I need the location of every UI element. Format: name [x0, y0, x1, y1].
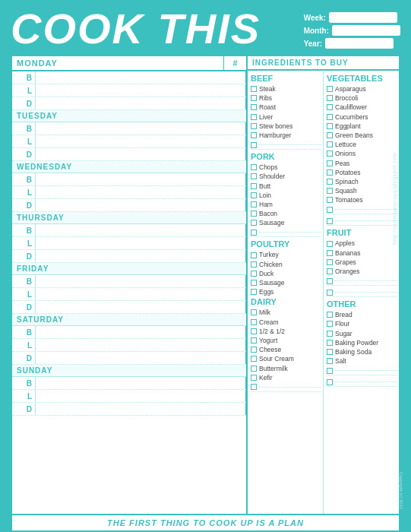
meal-input-friday-d[interactable]	[35, 301, 246, 313]
blank-checkbox-icon[interactable]	[251, 230, 257, 236]
blank-ingredient-item	[251, 228, 321, 237]
ingredient-name: Yogurt	[259, 337, 277, 344]
meal-input-saturday-b[interactable]	[35, 326, 246, 338]
meal-input-friday-l[interactable]	[35, 288, 246, 300]
checkbox-icon[interactable]	[327, 349, 333, 355]
checkbox-icon[interactable]	[251, 337, 257, 344]
meal-input-saturday-d[interactable]	[35, 352, 246, 364]
checkbox-icon[interactable]	[327, 331, 333, 337]
meal-input-sunday-b[interactable]	[35, 377, 246, 389]
blank-checkbox-icon[interactable]	[327, 218, 333, 224]
checkbox-icon[interactable]	[251, 201, 257, 207]
meal-input-thursday-d[interactable]	[35, 250, 246, 262]
year-input[interactable]	[325, 38, 394, 49]
checkbox-icon[interactable]	[327, 312, 333, 318]
checkbox-icon[interactable]	[251, 183, 257, 189]
meal-input-tuesday-d[interactable]	[35, 148, 246, 160]
checkbox-icon[interactable]	[327, 340, 333, 346]
month-input[interactable]	[332, 25, 400, 36]
checkbox-icon[interactable]	[327, 321, 333, 327]
left-section: BEEFSteakRibsRoastLiverStew bonesHamburg…	[248, 71, 324, 514]
header-fields: Week: Month: Year:	[304, 12, 400, 49]
day-name-saturday: SATURDAY	[12, 314, 223, 325]
checkbox-icon[interactable]	[251, 366, 257, 372]
meal-input-wednesday-b[interactable]	[35, 173, 246, 185]
meal-row-tuesday-b: B	[12, 122, 246, 135]
checkbox-icon[interactable]	[251, 356, 257, 362]
checkbox-icon[interactable]	[251, 164, 257, 170]
blank-checkbox-icon[interactable]	[327, 290, 333, 296]
checkbox-icon[interactable]	[251, 86, 257, 92]
checkbox-icon[interactable]	[251, 252, 257, 258]
meal-input-wednesday-d[interactable]	[35, 199, 246, 211]
meal-input-monday-b[interactable]	[35, 71, 246, 84]
checkbox-icon[interactable]	[327, 150, 333, 157]
meal-input-monday-l[interactable]	[35, 84, 246, 97]
blank-checkbox-icon[interactable]	[327, 207, 333, 213]
meal-input-sunday-d[interactable]	[35, 403, 246, 415]
checkbox-icon[interactable]	[251, 289, 257, 295]
meal-input-thursday-b[interactable]	[35, 224, 246, 236]
checkbox-icon[interactable]	[327, 160, 333, 166]
checkbox-icon[interactable]	[251, 104, 257, 110]
checkbox-icon[interactable]	[327, 268, 333, 274]
checkbox-icon[interactable]	[251, 280, 257, 286]
list-item: Yogurt	[251, 337, 321, 344]
list-item: Cauliflower	[327, 103, 397, 111]
week-input[interactable]	[329, 12, 397, 23]
checkbox-icon[interactable]	[251, 220, 257, 226]
checkbox-icon[interactable]	[251, 261, 257, 268]
checkbox-icon[interactable]	[251, 211, 257, 217]
checkbox-icon[interactable]	[327, 95, 333, 101]
checkbox-icon[interactable]	[327, 114, 333, 120]
checkbox-icon[interactable]	[327, 132, 333, 138]
meal-input-monday-d[interactable]	[35, 97, 246, 109]
checkbox-icon[interactable]	[251, 132, 257, 138]
meal-row-sunday-l: L	[12, 390, 246, 403]
meal-letter-d: D	[12, 252, 35, 261]
blank-checkbox-icon[interactable]	[327, 368, 333, 374]
blank-checkbox-icon[interactable]	[251, 142, 257, 148]
ingredients-header: INGREDIENTS TO BUY	[248, 56, 399, 71]
checkbox-icon[interactable]	[251, 347, 257, 353]
checkbox-icon[interactable]	[327, 197, 333, 203]
meal-input-tuesday-l[interactable]	[35, 135, 246, 147]
checkbox-icon[interactable]	[251, 123, 257, 129]
checkbox-icon[interactable]	[327, 241, 333, 247]
checkbox-icon[interactable]	[327, 104, 333, 110]
blank-checkbox-icon[interactable]	[327, 278, 333, 284]
meal-input-sunday-l[interactable]	[35, 390, 246, 402]
meal-letter-b: B	[12, 277, 35, 286]
checkbox-icon[interactable]	[251, 114, 257, 120]
meal-letter-b: B	[12, 379, 35, 388]
checkbox-icon[interactable]	[327, 123, 333, 129]
checkbox-icon[interactable]	[251, 319, 257, 325]
checkbox-icon[interactable]	[327, 188, 333, 194]
checkbox-icon[interactable]	[251, 328, 257, 334]
blank-checkbox-icon[interactable]	[327, 379, 333, 385]
checkbox-icon[interactable]	[327, 358, 333, 364]
checkbox-icon[interactable]	[251, 173, 257, 179]
ingredient-name: Broccoli	[335, 94, 358, 102]
list-item: Loin	[251, 192, 321, 199]
checkbox-icon[interactable]	[251, 95, 257, 101]
checkbox-icon[interactable]	[327, 86, 333, 92]
meal-input-friday-b[interactable]	[35, 275, 246, 287]
checkbox-icon[interactable]	[251, 375, 257, 381]
list-item: Buttermilk	[251, 365, 321, 372]
meal-input-thursday-l[interactable]	[35, 237, 246, 249]
checkbox-icon[interactable]	[251, 309, 257, 315]
checkbox-icon[interactable]	[327, 169, 333, 176]
checkbox-icon[interactable]	[327, 141, 333, 147]
blank-checkbox-icon[interactable]	[251, 384, 257, 390]
meal-input-saturday-l[interactable]	[35, 339, 246, 351]
checkbox-icon[interactable]	[327, 250, 333, 256]
ingredient-name: Cucumbers	[335, 113, 368, 121]
checkbox-icon[interactable]	[251, 192, 257, 198]
day-name-row-saturday: SATURDAY	[12, 314, 246, 326]
checkbox-icon[interactable]	[251, 271, 257, 277]
checkbox-icon[interactable]	[327, 259, 333, 265]
checkbox-icon[interactable]	[327, 179, 333, 185]
meal-input-wednesday-l[interactable]	[35, 186, 246, 198]
meal-input-tuesday-b[interactable]	[35, 122, 246, 135]
